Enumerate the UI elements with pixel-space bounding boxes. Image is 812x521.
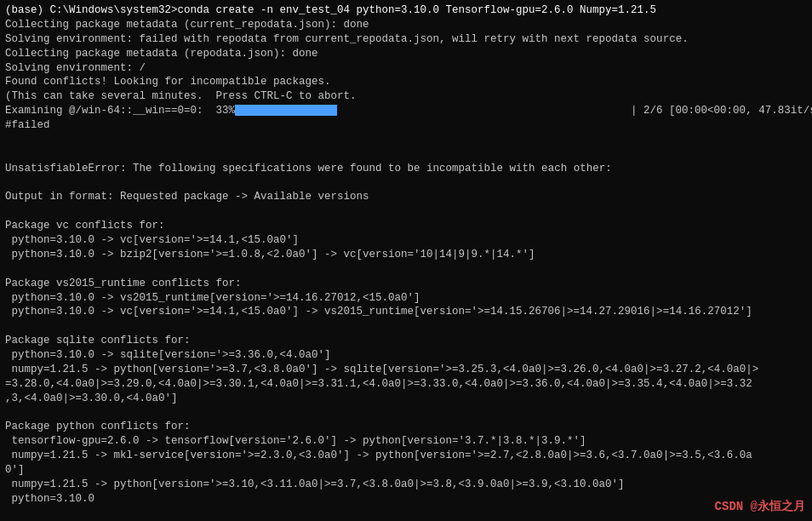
line-sqlite-4: ,3,<4.0a0|>=3.30.0,<4.0a0']	[5, 392, 807, 406]
line-sqlite-1: python=3.10.0 -> sqlite[version='>=3.36.…	[5, 348, 807, 363]
line-blank4	[5, 319, 807, 334]
line-11	[5, 147, 807, 162]
line-blank5	[5, 406, 807, 421]
line-sqlite-2: numpy=1.21.5 -> python[version='>=3.7,<3…	[5, 363, 807, 377]
line-python-1: tensorflow-gpu=2.6.0 -> tensorflow[versi…	[5, 434, 807, 449]
line-vs2015-1: python=3.10.0 -> vs2015_runtime[version=…	[5, 291, 807, 306]
line-python-2: numpy=1.21.5 -> mkl-service[version='>=2…	[5, 449, 807, 463]
terminal-window: (base) C:\Windows\system32>conda create …	[0, 0, 812, 521]
progress-bar	[235, 105, 337, 116]
line-sqlite-header: Package sqlite conflicts for:	[5, 334, 807, 348]
line-10	[5, 133, 807, 147]
line-blank2	[5, 204, 807, 219]
line-blank6	[5, 507, 807, 521]
line-1: (base) C:\Windows\system32>conda create …	[5, 3, 807, 18]
line-2: Collecting package metadata (current_rep…	[5, 18, 807, 32]
line-python-header: Package python conflicts for:	[5, 420, 807, 434]
line-7: (This can take several minutes. Press CT…	[5, 89, 807, 104]
line-unsatisfiable: UnsatisfiableError: The following specif…	[5, 162, 807, 176]
line-python-4: numpy=1.21.5 -> python[version='>=3.10,<…	[5, 478, 807, 492]
line-vc-1: python=3.10.0 -> vc[version='>=14.1,<15.…	[5, 233, 807, 248]
line-blank3	[5, 262, 807, 277]
watermark: CSDN @永恒之月	[715, 499, 805, 514]
line-blank1	[5, 176, 807, 191]
line-vc-header: Package vc conflicts for:	[5, 219, 807, 233]
line-vs2015-2: python=3.10.0 -> vc[version='>=14.1,<15.…	[5, 305, 807, 319]
line-sqlite-3: =3.28.0,<4.0a0|>=3.29.0,<4.0a0|>=3.30.1,…	[5, 377, 807, 392]
line-4: Collecting package metadata (repodata.js…	[5, 47, 807, 61]
line-vs2015-header: Package vs2015_runtime conflicts for:	[5, 277, 807, 291]
line-python-3: 0']	[5, 463, 807, 478]
line-3: Solving environment: failed with repodat…	[5, 32, 807, 47]
line-9: #failed	[5, 118, 807, 133]
line-8: Examining @/win-64::__win==0=0: 33% | 2/…	[5, 104, 807, 118]
line-6: Found conflicts! Looking for incompatibl…	[5, 75, 807, 89]
line-python-5: python=3.10.0	[5, 492, 807, 507]
line-5: Solving environment: /	[5, 61, 807, 76]
line-vc-2: python=3.10.0 -> bzip2[version='>=1.0.8,…	[5, 248, 807, 262]
line-output-format: Output in format: Requested package -> A…	[5, 190, 807, 204]
